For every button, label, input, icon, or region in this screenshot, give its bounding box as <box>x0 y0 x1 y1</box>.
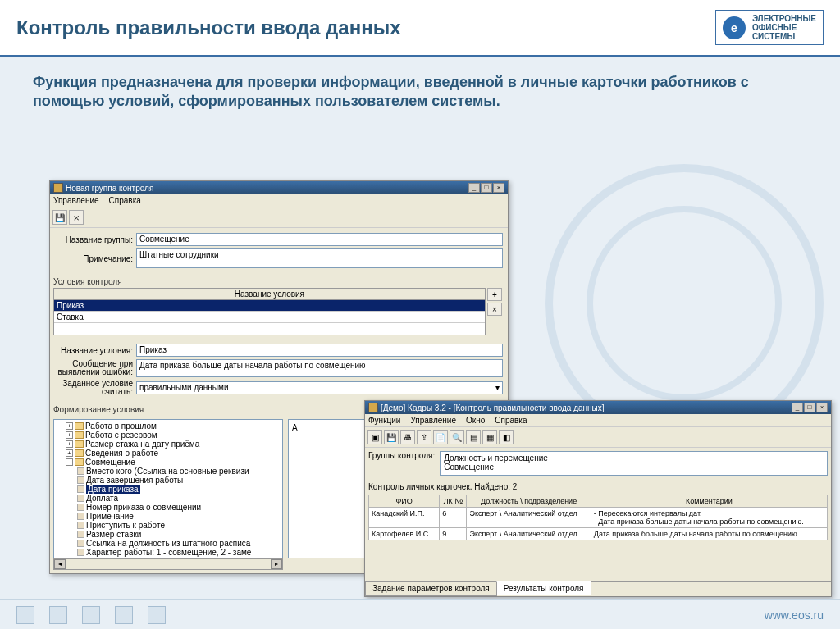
col-lk[interactable]: ЛК № <box>440 495 467 508</box>
expand-icon[interactable]: + <box>66 431 73 439</box>
field-icon <box>77 549 84 556</box>
cond-name-label: Название условия: <box>55 346 133 355</box>
menubar: Управление Справка <box>50 194 508 207</box>
tree-folder[interactable]: +Работа с резервом <box>56 431 281 440</box>
found-count-label: Контроль личных карточек. Найдено: 2 <box>365 479 831 495</box>
tree-folder[interactable]: +Работа в прошлом <box>56 422 281 431</box>
maximize-button[interactable]: □ <box>804 403 815 412</box>
groups-box[interactable]: Должность и перемещение Совмещение <box>440 451 828 476</box>
logo-icon: e <box>723 16 746 39</box>
titlebar[interactable]: [Демо] Кадры 3.2 - [Контроль правильност… <box>365 401 831 414</box>
cell-position: Эксперт \ Аналитический отдел <box>467 528 591 540</box>
page-title: Контроль правильности ввода данных <box>16 16 401 39</box>
tab-params[interactable]: Задание параметров контроля <box>365 582 497 596</box>
tree-label: Совмещение <box>85 458 135 467</box>
tree-folder[interactable]: -Совмещение <box>56 458 281 467</box>
note-label: Примечание: <box>55 254 133 263</box>
expand-icon[interactable]: - <box>66 458 73 466</box>
field-icon <box>77 467 84 475</box>
tree-label: Ссылка на должность из штатного расписа <box>86 539 250 548</box>
tool-icon[interactable]: ▣ <box>368 430 382 444</box>
tree-field[interactable]: Номер приказа о совмещении <box>56 503 281 512</box>
app-icon <box>368 403 378 412</box>
tree-field[interactable]: Характер работы: 1 - совмещение, 2 - зам… <box>56 548 281 557</box>
tool-icon[interactable]: ▦ <box>482 430 497 444</box>
tree-field[interactable]: Приступить к работе <box>56 521 281 530</box>
save-icon[interactable]: 💾 <box>384 430 399 444</box>
menu-manage[interactable]: Управление <box>410 416 456 425</box>
cond-row[interactable]: Ставка <box>54 312 485 323</box>
conditions-section-label: Условия контроля <box>50 276 508 288</box>
scroll-left-icon[interactable]: ◂ <box>54 559 66 569</box>
error-msg-label: Сообщение при выявлении ошибки: <box>55 360 133 376</box>
preview-icon[interactable]: 📄 <box>433 430 448 444</box>
cond-name-input[interactable]: Приказ <box>136 344 503 357</box>
close-icon[interactable]: ⤫ <box>69 210 84 225</box>
close-button[interactable]: × <box>816 403 828 412</box>
footer-url: www.eos.ru <box>765 608 824 622</box>
menu-help[interactable]: Справка <box>495 416 527 425</box>
search-icon[interactable]: 🔍 <box>450 430 464 444</box>
field-icon <box>77 513 84 520</box>
count-as-label: Заданное условие считать: <box>55 380 133 396</box>
table-row[interactable]: Картофелев И.С. 9 Эксперт \ Аналитически… <box>369 528 828 540</box>
brand-logo: e ЭЛЕКТРОННЫЕ ОФИСНЫЕ СИСТЕМЫ <box>715 10 824 45</box>
cell-fio: Канадский И.П. <box>369 508 440 528</box>
tree-label: Работа с резервом <box>85 431 158 440</box>
expand-icon[interactable]: + <box>66 422 73 430</box>
cond-row[interactable]: Приказ <box>54 300 485 312</box>
cond-name-column: Название условия <box>54 289 485 300</box>
tree-field[interactable]: Вместо кого (Ссылка на основные реквизи <box>56 467 281 476</box>
maximize-button[interactable]: □ <box>481 183 492 193</box>
groups-label: Группы контроля: <box>368 451 435 460</box>
close-button[interactable]: × <box>493 183 504 193</box>
tool-icon[interactable]: ◧ <box>499 430 514 444</box>
col-position[interactable]: Должность \ подразделение <box>467 495 591 508</box>
group-name-input[interactable]: Совмещение <box>136 233 503 246</box>
tabs: Задание параметров контроля Результаты к… <box>365 581 831 596</box>
group-name-label: Название группы: <box>55 235 133 244</box>
print-icon[interactable]: 🖶 <box>400 430 415 444</box>
minimize-button[interactable]: _ <box>468 183 480 193</box>
toolbar: 💾 ⤫ <box>50 207 508 228</box>
titlebar[interactable]: Новая группа контроля _ □ × <box>50 181 508 194</box>
fields-tree[interactable]: +Работа в прошлом+Работа с резервом+Разм… <box>53 419 283 558</box>
tree-field[interactable]: Размер ставки <box>56 530 281 539</box>
menu-help[interactable]: Справка <box>109 196 141 205</box>
expand-icon[interactable]: + <box>66 449 73 457</box>
menubar: Функции Управление Окно Справка <box>365 414 831 427</box>
tab-results[interactable]: Результаты контроля <box>496 581 591 595</box>
tree-field[interactable]: Дата завершения работы <box>56 476 281 485</box>
field-icon <box>77 485 84 493</box>
field-icon <box>77 476 84 484</box>
folder-icon <box>75 458 84 466</box>
note-input[interactable]: Штатные сотрудники <box>136 248 503 268</box>
menu-manage[interactable]: Управление <box>53 196 99 205</box>
tree-field[interactable]: Доплата <box>56 494 281 503</box>
expand-icon[interactable]: + <box>66 440 73 448</box>
tree-field[interactable]: Примечание <box>56 512 281 521</box>
minimize-button[interactable]: _ <box>792 403 803 412</box>
h-scrollbar[interactable]: ◂ ▸ <box>53 558 283 570</box>
tree-field[interactable]: Дата приказа <box>56 485 281 494</box>
field-icon <box>77 531 84 538</box>
footer: www.eos.ru <box>0 599 840 629</box>
save-icon[interactable]: 💾 <box>52 210 67 225</box>
col-comments[interactable]: Комментарии <box>591 495 827 508</box>
count-as-select[interactable]: правильными данными ▾ <box>136 381 503 394</box>
delete-condition-icon[interactable]: × <box>487 303 502 316</box>
export-icon[interactable]: ⇪ <box>417 430 431 444</box>
menu-functions[interactable]: Функции <box>368 416 400 425</box>
footer-icon <box>82 606 100 624</box>
scroll-right-icon[interactable]: ▸ <box>271 559 282 569</box>
error-msg-input[interactable]: Дата приказа больше даты начала работы п… <box>136 359 503 377</box>
tree-label: Вместо кого (Ссылка на основные реквизи <box>86 467 249 476</box>
col-fio[interactable]: ФИО <box>369 495 440 508</box>
table-row[interactable]: Канадский И.П. 6 Эксперт \ Аналитический… <box>369 508 828 528</box>
menu-window[interactable]: Окно <box>466 416 485 425</box>
add-condition-icon[interactable]: + <box>487 288 502 301</box>
tree-field[interactable]: Ссылка на должность из штатного расписа <box>56 539 281 548</box>
tree-folder[interactable]: +Размер стажа на дату приёма <box>56 440 281 449</box>
tree-folder[interactable]: +Сведения о работе <box>56 449 281 458</box>
tool-icon[interactable]: ▤ <box>466 430 481 444</box>
